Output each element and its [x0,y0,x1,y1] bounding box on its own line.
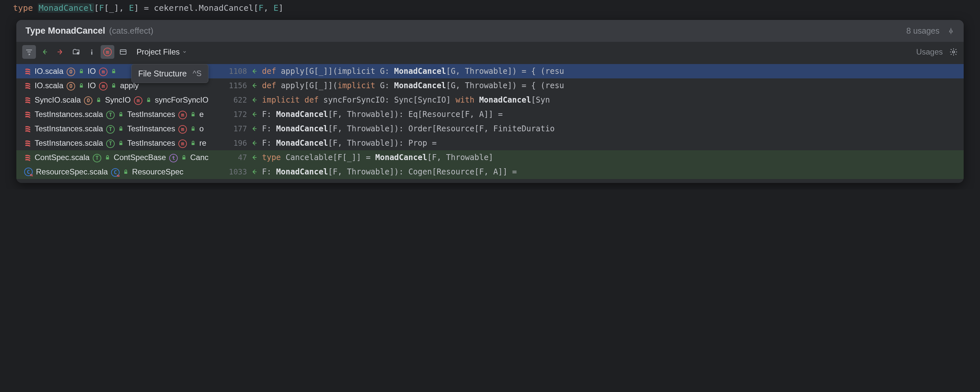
svg-rect-8 [112,85,115,88]
member-name: Canc [190,153,208,162]
result-row[interactable]: TestInstances.scalaTTestInstancesme172F:… [16,107,964,121]
lock-icon [146,97,151,103]
code-preview: F: MonadCancel[F, Throwable]): Eq[Resour… [262,110,956,119]
symbol-badge: T [106,138,115,148]
symbol-badge: m [99,66,108,76]
line-number: 172 [224,110,247,119]
symbol-badge: m [178,138,187,148]
panel-button[interactable] [116,45,130,59]
prev-occurrence-button[interactable] [38,45,52,59]
filter-button[interactable] [22,45,36,59]
lock-icon [123,169,129,175]
member-name: re [199,139,206,148]
m-toggle-button[interactable]: m [100,45,115,59]
symbol-badge: T [106,110,115,119]
lock-icon [111,83,117,89]
code-preview: def apply[G[_]](implicit G: MonadCancel[… [262,81,956,90]
code-preview: F: MonadCancel[F, Throwable]): Order[Res… [262,124,956,133]
line-number: 47 [224,153,247,162]
navigate-icon [251,125,258,132]
file-name: IO.scala [35,67,64,76]
file-name: TestInstances.scala [35,110,103,119]
svg-rect-7 [80,85,83,88]
lock-icon [111,68,117,74]
lock-icon [181,155,187,160]
line-number: 177 [224,124,247,133]
svg-point-4 [953,51,955,53]
lock-icon [118,140,124,146]
navigate-icon [251,140,258,147]
lock-icon [96,97,102,103]
next-occurrence-button[interactable] [54,45,67,59]
svg-rect-14 [192,128,195,131]
class-name: TestInstances [127,124,175,133]
usage-count: 8 usages [907,26,940,36]
svg-rect-19 [124,172,127,174]
pin-icon[interactable] [947,27,955,35]
tooltip-shortcut: ^S [193,69,202,78]
info-button[interactable] [85,45,99,59]
symbol-badge: T [93,153,101,163]
code-preview: implicit def syncForSyncIO: Sync[SyncIO]… [262,96,956,105]
popup-header: Type MonadCancel (cats.effect) 8 usages [16,20,964,42]
result-row[interactable]: TestInstances.scalaTTestInstancesmo177F:… [16,121,964,136]
svg-rect-12 [192,114,195,116]
symbol-badge: O [67,81,75,91]
symbol-badge: m [134,95,142,105]
svg-rect-6 [112,71,115,73]
result-row[interactable]: ContSpec.scalaTContSpecBasetCanc47type C… [16,150,964,165]
lock-icon [118,126,124,132]
line-number: 1108 [224,67,247,75]
code-preview: F: MonadCancel[F, Throwable]): Prop = [262,139,956,148]
member-name: o [199,124,204,133]
file-name: ResourceSpec.scala [36,167,108,177]
navigate-icon [251,96,258,104]
symbol-badge: m [178,110,187,119]
lock-icon [118,112,124,117]
new-folder-button[interactable] [69,45,83,59]
file-name: TestInstances.scala [35,139,103,148]
popup-toolbar: m Project Files Usages [16,42,964,62]
navigate-icon [251,168,258,175]
member-name: e [199,110,204,119]
member-name: syncForSyncIO [155,96,208,105]
class-name: TestInstances [127,110,175,119]
symbol-badge: C [111,167,119,177]
navigate-icon [251,82,258,89]
lock-icon [78,68,84,74]
class-name: ResourceSpec [132,167,183,177]
popup-subtitle: (cats.effect) [109,26,153,36]
result-row[interactable]: TestInstances.scalaTTestInstancesmre196F… [16,136,964,150]
file-structure-tooltip: File Structure^S [131,64,208,83]
file-name: SyncIO.scala [35,96,81,105]
editor-code-line[interactable]: type MonadCancel[F[_], E] = cekernel.Mon… [0,0,980,16]
code-preview: F: MonadCancel[F, Throwable]): Cogen[Res… [262,167,956,177]
svg-rect-18 [183,157,186,159]
lock-icon [78,83,84,89]
result-row[interactable]: CResourceSpec.scalaCResourceSpec1033F: M… [16,165,964,179]
scope-dropdown[interactable]: Project Files [132,45,191,59]
class-name: IO [88,81,96,90]
line-number: 622 [224,96,247,104]
svg-rect-9 [97,100,100,102]
svg-rect-5 [80,71,83,73]
file-name: ContSpec.scala [35,153,89,162]
svg-rect-11 [119,114,123,116]
lock-icon [190,112,196,117]
lock-icon [105,155,110,160]
scope-label: Project Files [137,47,180,56]
class-name: SyncIO [105,96,130,105]
gear-icon[interactable] [949,48,958,56]
file-name: IO.scala [35,81,64,90]
result-row[interactable]: IO.scalaOIOm1108def apply[G[_]](implicit… [16,64,964,78]
usages-label[interactable]: Usages [916,47,943,56]
code-preview: def apply[G[_]](implicit G: MonadCancel[… [262,67,956,76]
class-name: IO [88,67,96,76]
result-row[interactable]: SyncIO.scalaOSyncIOmsyncForSyncIO622impl… [16,93,964,107]
svg-rect-2 [91,51,92,54]
code-preview: type Cancelable[F[_]] = MonadCancel[F, T… [262,153,956,162]
tooltip-text: File Structure [138,69,187,78]
lock-icon [190,126,196,132]
svg-rect-17 [106,157,109,159]
navigate-icon [251,68,258,75]
